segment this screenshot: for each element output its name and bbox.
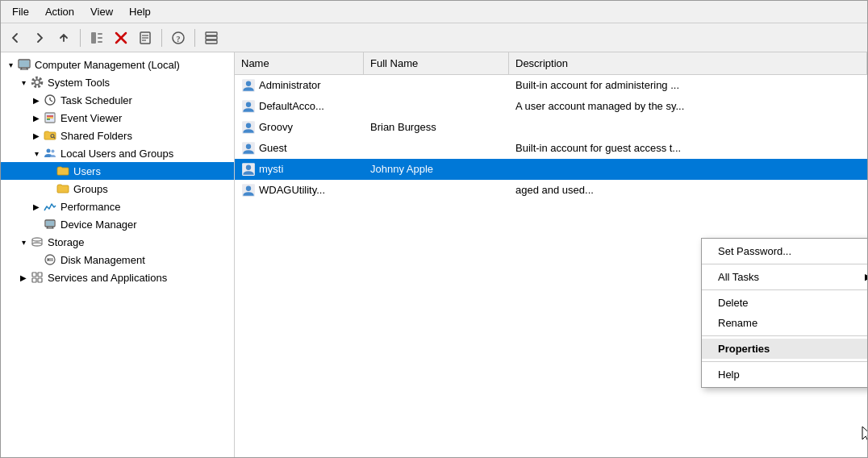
cell-name-groovy: Groovy — [235, 120, 364, 135]
col-header-name[interactable]: Name — [235, 52, 364, 74]
svg-point-59 — [246, 164, 251, 169]
toolbar: ? — [1, 23, 867, 52]
svg-rect-19 — [19, 60, 29, 67]
expand-services-apps[interactable]: ▶ — [17, 271, 30, 284]
cell-desc-guest: Built-in account for guest access t... — [509, 142, 867, 154]
cell-desc-defaultaccount: A user account managed by the sy... — [509, 100, 867, 112]
all-tasks-arrow: ▶ — [865, 272, 867, 282]
svg-point-33 — [52, 150, 55, 153]
expand-local-users[interactable]: ▾ — [30, 147, 43, 160]
help-icon: ? — [171, 31, 186, 45]
expand-shared-folders[interactable]: ▶ — [30, 129, 43, 142]
up-icon — [56, 31, 71, 45]
tree-label-performance: Performance — [61, 201, 120, 213]
expand-system-tools[interactable]: ▾ — [17, 76, 30, 89]
col-header-description[interactable]: Description — [509, 52, 867, 74]
list-row-groovy[interactable]: Groovy Brian Burgess — [235, 117, 867, 138]
tree-item-task-scheduler[interactable]: ▶ Task Scheduler — [1, 91, 234, 109]
properties-button[interactable] — [134, 27, 156, 49]
svg-rect-35 — [46, 221, 54, 226]
svg-rect-13 — [206, 36, 217, 40]
show-hide-icon — [90, 31, 104, 45]
svg-point-21 — [33, 78, 42, 87]
export-icon — [204, 31, 219, 45]
list-row-wdagutility[interactable]: WDAGUtility... aged and used... — [235, 180, 867, 201]
cell-name-administrator: Administrator — [235, 78, 364, 93]
tree-item-groups[interactable]: ▶ Groups — [1, 180, 234, 198]
list-row-mysti[interactable]: mysti Johnny Apple — [235, 159, 867, 180]
svg-rect-3 — [98, 41, 102, 43]
forward-button[interactable] — [28, 27, 51, 49]
col-header-fullname[interactable]: Full Name — [364, 52, 509, 74]
delete-button[interactable] — [110, 27, 132, 49]
menu-action[interactable]: Action — [37, 2, 82, 21]
tree-item-disk-management[interactable]: ▶ Disk Management — [1, 251, 234, 269]
expand-disk-management: ▶ — [30, 253, 43, 266]
tree-item-device-manager[interactable]: ▶ Device Manager — [1, 215, 234, 233]
expand-event-viewer[interactable]: ▶ — [30, 111, 43, 124]
toolbar-sep-3 — [194, 29, 195, 47]
user-icon-defaultaccount — [241, 99, 256, 114]
list-row-administrator[interactable]: Administrator Built-in account for admin… — [235, 75, 867, 96]
cell-name-mysti: mysti — [235, 162, 364, 177]
storage-icon — [30, 235, 44, 249]
tree-label-services-apps: Services and Applications — [48, 272, 167, 284]
menu-help[interactable]: Help — [121, 2, 159, 21]
delete-icon — [114, 31, 128, 45]
tree-label-users: Users — [73, 165, 101, 177]
context-menu-rename[interactable]: Rename — [702, 313, 867, 333]
cell-desc-administrator: Built-in account for administering ... — [509, 79, 867, 91]
up-button[interactable] — [52, 27, 75, 49]
back-button[interactable] — [4, 27, 27, 49]
context-menu-all-tasks[interactable]: All Tasks ▶ — [702, 267, 867, 287]
event-icon — [43, 110, 57, 125]
expand-task-scheduler[interactable]: ▶ — [30, 94, 43, 106]
gear-icon — [30, 75, 44, 90]
svg-rect-47 — [38, 273, 42, 277]
back-icon — [8, 31, 23, 45]
svg-point-42 — [32, 243, 42, 246]
context-menu-delete[interactable]: Delete — [702, 293, 867, 313]
svg-rect-12 — [206, 32, 217, 35]
tree-label-storage: Storage — [48, 236, 85, 248]
main-area: ▾ Computer Management (Local) ▾ — [1, 52, 867, 457]
menu-file[interactable]: File — [4, 2, 37, 21]
tree-item-services-apps[interactable]: ▶ Services and Applications — [1, 269, 234, 286]
help-button[interactable]: ? — [167, 27, 190, 49]
context-menu-help[interactable]: Help — [702, 364, 867, 385]
export-button[interactable] — [200, 27, 223, 49]
context-menu-properties[interactable]: Properties — [702, 339, 867, 359]
svg-text:?: ? — [177, 34, 181, 43]
svg-rect-1 — [98, 33, 102, 35]
tree-item-users[interactable]: ▶ Users — [1, 162, 234, 180]
forward-icon — [32, 31, 47, 45]
expand-performance[interactable]: ▶ — [30, 200, 43, 213]
tree-item-root[interactable]: ▾ Computer Management (Local) — [1, 56, 234, 73]
tree-label-groups: Groups — [73, 183, 108, 195]
expand-users: ▶ — [43, 164, 56, 177]
menu-view[interactable]: View — [82, 2, 121, 21]
tree-item-system-tools[interactable]: ▾ System Tools — [1, 73, 234, 91]
expand-storage[interactable]: ▾ — [17, 235, 30, 248]
tree-label-local-users: Local Users and Groups — [61, 148, 173, 160]
tree-item-performance[interactable]: ▶ Performance — [1, 198, 234, 215]
list-row-defaultaccount[interactable]: DefaultAcco... A user account managed by… — [235, 96, 867, 117]
list-row-guest[interactable]: Guest Built-in account for guest access … — [235, 138, 867, 159]
cell-desc-wdagutility: aged and used... — [509, 184, 867, 196]
tree-item-event-viewer[interactable]: ▶ Event Viewer — [1, 109, 234, 127]
context-menu-set-password[interactable]: Set Password... — [702, 241, 867, 261]
expand-root[interactable]: ▾ — [4, 58, 17, 71]
computer-icon — [17, 57, 31, 72]
context-menu-sep-1 — [702, 264, 867, 264]
cell-name-wdagutility: WDAGUtility... — [235, 183, 364, 198]
tree-label-device-manager: Device Manager — [61, 219, 137, 231]
tree-item-shared-folders[interactable]: ▶ Shared Folders — [1, 127, 234, 144]
tree-item-local-users[interactable]: ▾ Local Users and Groups — [1, 144, 234, 162]
show-hide-button[interactable] — [86, 27, 108, 49]
tree-item-storage[interactable]: ▾ Storage — [1, 233, 234, 251]
svg-rect-45 — [48, 259, 49, 260]
svg-point-32 — [47, 149, 51, 153]
svg-point-55 — [246, 123, 251, 127]
tree-label-root: Computer Management (Local) — [35, 59, 180, 71]
device-manager-icon — [43, 217, 57, 231]
